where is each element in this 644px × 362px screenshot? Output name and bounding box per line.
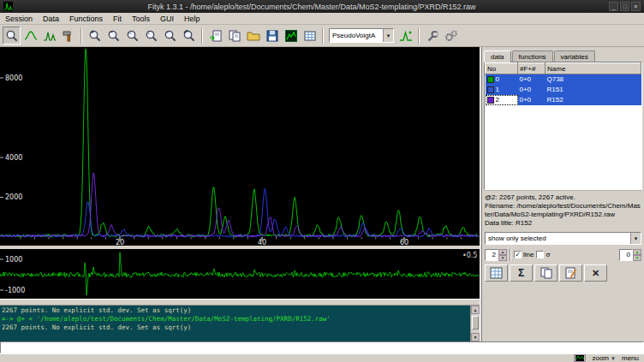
zoom-in-icon	[88, 29, 102, 43]
svg-text:1000: 1000	[5, 256, 22, 264]
close-button[interactable]: ✕	[631, 2, 641, 11]
dataset-name: R151	[546, 85, 641, 95]
zoom-in-button[interactable]: +	[86, 27, 104, 45]
tab-data[interactable]: data	[484, 50, 511, 62]
menu-indicator[interactable]: menu	[622, 354, 639, 362]
add-peak-mode-button[interactable]	[40, 27, 58, 45]
dataset-color-swatch[interactable]	[487, 76, 494, 83]
add-function-button[interactable]	[397, 27, 414, 45]
data-range-mode-button[interactable]	[21, 27, 39, 45]
main-plot[interactable]: 204060800040002000	[0, 47, 480, 246]
sidebar-tabs: datafunctionsvariables	[484, 48, 642, 62]
spin-up-icon[interactable]: ▲	[633, 249, 641, 255]
tab-variables[interactable]: variables	[554, 50, 595, 62]
dataset-name: R152	[546, 95, 641, 105]
zoom-indicator[interactable]: zoom ▼	[592, 354, 616, 362]
scrollbar-thumb[interactable]	[472, 316, 479, 329]
scroll-up-icon[interactable]: ▲	[471, 306, 480, 314]
info-line: @2: 2267 points, 2267 active.	[485, 193, 641, 202]
load-data-button[interactable]	[206, 27, 224, 45]
svg-text:40: 40	[258, 239, 266, 246]
toolbar-separator	[418, 28, 420, 44]
zoom-horizontal-button[interactable]: ↔	[123, 27, 141, 45]
baseline-mode-button[interactable]	[59, 27, 77, 45]
svg-text:20: 20	[116, 239, 124, 246]
execute-script-button[interactable]	[442, 27, 460, 45]
previous-zoom-button[interactable]: ↶	[180, 27, 198, 45]
floppy-icon	[265, 29, 279, 43]
sigma-checkbox[interactable]: σ	[536, 251, 550, 258]
zoom-all-button[interactable]: ▫	[161, 27, 179, 45]
menu-session[interactable]: Session	[0, 13, 38, 25]
menu-functions[interactable]: Functions	[64, 13, 108, 25]
settings-button[interactable]	[423, 27, 441, 45]
table-icon	[303, 29, 317, 43]
wrench-icon	[426, 29, 439, 43]
info-line: Filename: /home/aleplo/test/Documents/Ch…	[485, 202, 641, 219]
data-table-button[interactable]	[301, 27, 319, 45]
export-image-button[interactable]	[282, 27, 300, 45]
scroll-down-icon[interactable]: ▼	[471, 333, 480, 341]
svg-text:4000: 4000	[5, 154, 22, 162]
menu-gui[interactable]: GUI	[155, 13, 179, 25]
column-header[interactable]: Name	[546, 63, 641, 74]
dataset-row[interactable]: 00+0Q738	[486, 74, 641, 85]
status-plot-button[interactable]	[574, 354, 586, 362]
menu-help[interactable]: Help	[179, 13, 206, 25]
chevron-down-icon[interactable]: ▼	[383, 29, 393, 42]
column-header[interactable]: No	[486, 63, 518, 74]
tab-functions[interactable]: functions	[512, 50, 553, 62]
command-input[interactable]	[0, 341, 644, 353]
chevron-down-icon[interactable]: ▼	[630, 233, 641, 244]
copy-icon	[540, 267, 552, 279]
series-R152	[0, 173, 479, 237]
point-size-spinner[interactable]: 2 ▲▼	[485, 249, 507, 261]
spin-down-icon[interactable]: ▼	[498, 255, 507, 261]
editor-button[interactable]	[559, 264, 582, 282]
maximize-button[interactable]: □	[620, 2, 629, 11]
shift-spinner[interactable]: 0 ▲▼	[619, 249, 641, 261]
zoom-previous-icon	[182, 29, 196, 43]
curve-icon	[24, 29, 38, 43]
spin-up-icon[interactable]: ▲	[498, 249, 507, 255]
zoom-vertical-button[interactable]: ↕	[142, 27, 160, 45]
console-scrollbar[interactable]: ▲ ▼	[470, 306, 480, 341]
sidebar: datafunctionsvariables No#F+#Name00+0Q73…	[482, 47, 644, 341]
console-line-command: =-> @+ < '/home/aleplo/test/Documents/Ch…	[2, 315, 469, 323]
reload-data-button[interactable]	[225, 27, 243, 45]
dataset-row[interactable]: 10+0R151	[486, 85, 641, 95]
edit-pencil-icon	[565, 267, 577, 279]
line-checkbox[interactable]: ✓ line	[514, 251, 534, 258]
column-header[interactable]: #F+#	[518, 63, 546, 74]
dataset-func-count: 0+0	[518, 74, 546, 85]
delete-dataset-button[interactable]: ✕	[584, 264, 607, 282]
minimize-button[interactable]: _	[609, 2, 618, 11]
dataset-color-swatch[interactable]	[487, 86, 494, 93]
copy-data-button[interactable]	[534, 264, 558, 282]
edit-data-button[interactable]	[485, 264, 508, 282]
zoom-out-button[interactable]: −	[104, 27, 122, 45]
grid-icon	[490, 267, 503, 279]
console-splitter[interactable]	[0, 299, 480, 306]
function-type-value: PseudoVoigtA	[330, 32, 383, 39]
function-type-dropdown[interactable]: PseudoVoigtA ▼	[329, 28, 394, 43]
menu-data[interactable]: Data	[38, 13, 64, 25]
aux-residual-plot[interactable]: 1000-1000•0.5	[0, 249, 480, 299]
filter-dropdown[interactable]: show only selected ▼	[485, 232, 641, 245]
toolbar-separator	[322, 28, 324, 44]
zoom-mode-button[interactable]	[3, 27, 21, 45]
open-session-button[interactable]	[244, 27, 262, 45]
sigma-checkbox-label: σ	[546, 251, 550, 258]
console-output[interactable]: ▲ ▼ 2267 points. No explicit std. dev. S…	[0, 306, 480, 341]
save-session-button[interactable]	[263, 27, 281, 45]
dataset-color-swatch[interactable]	[487, 97, 494, 104]
menu-tools[interactable]: Tools	[127, 13, 155, 25]
display-controls: 2 ▲▼ ✓ line σ 0 ▲▼	[484, 246, 642, 263]
sum-button[interactable]: Σ	[510, 264, 533, 282]
dataset-info: @2: 2267 points, 2267 active.Filename: /…	[484, 190, 642, 229]
dataset-row[interactable]: 20+0R152	[486, 95, 641, 105]
spin-down-icon[interactable]: ▼	[633, 255, 641, 261]
menu-fit[interactable]: Fit	[108, 13, 127, 25]
window-title: Fityk 1.3.1 - /home/aleplo/test/Document…	[16, 3, 607, 11]
aux-scale-label: •0.5	[462, 252, 477, 259]
